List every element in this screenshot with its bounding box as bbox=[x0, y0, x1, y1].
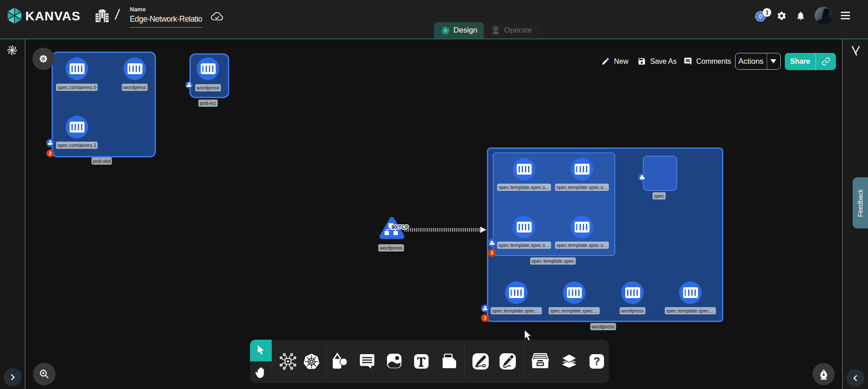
svg-text:?: ? bbox=[594, 355, 600, 367]
